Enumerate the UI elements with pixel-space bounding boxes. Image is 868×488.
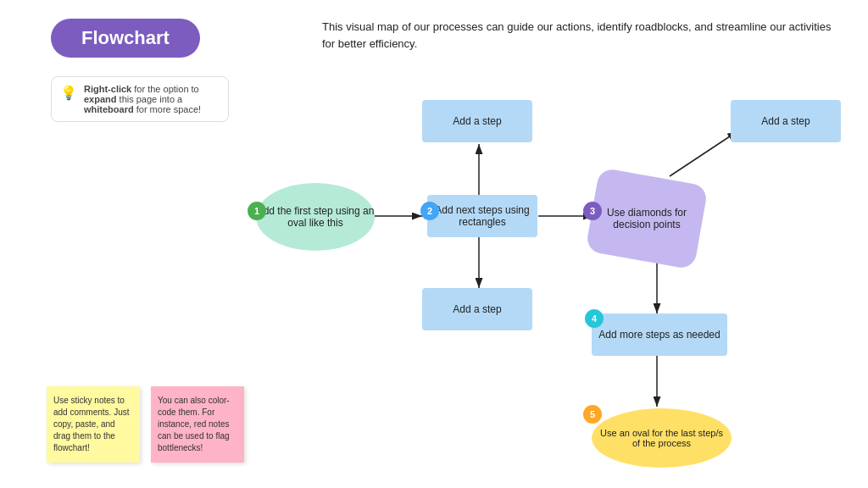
sticky-note-pink[interactable]: You can also color-code them. For instan… xyxy=(151,386,244,463)
hint-text: Right-click for the option to expand thi… xyxy=(84,84,220,114)
node-rect-branch-top-left[interactable]: Add a step xyxy=(422,100,532,142)
node-rect-2[interactable]: Add next steps using rectangles xyxy=(427,195,537,237)
node-rect-4[interactable]: Add more steps as needed xyxy=(592,313,727,356)
node-diamond-3[interactable]: Use diamonds for decision points xyxy=(585,167,708,269)
badge-1: 1 xyxy=(248,202,266,220)
flowchart-area: 1 Add the first step using an oval like … xyxy=(237,76,851,471)
badge-3: 3 xyxy=(583,202,602,220)
page-title: Flowchart xyxy=(51,19,200,58)
node-rect-branch-bottom-left[interactable]: Add a step xyxy=(422,288,532,330)
header-description: This visual map of our processes can gui… xyxy=(322,19,843,52)
lightbulb-icon: 💡 xyxy=(60,85,77,101)
hint-box: 💡 Right-click for the option to expand t… xyxy=(51,76,229,122)
node-oval-1[interactable]: Add the first step using an oval like th… xyxy=(256,183,375,251)
node-rect-branch-top-right[interactable]: Add a step xyxy=(731,100,841,142)
badge-2: 2 xyxy=(420,202,439,220)
badge-4: 4 xyxy=(585,309,604,328)
sticky-note-yellow[interactable]: Use sticky notes to add comments. Just c… xyxy=(47,386,140,463)
node-oval-last-5[interactable]: Use an oval for the last step/s of the p… xyxy=(592,408,732,468)
svg-line-7 xyxy=(670,131,737,176)
badge-5: 5 xyxy=(583,405,602,424)
